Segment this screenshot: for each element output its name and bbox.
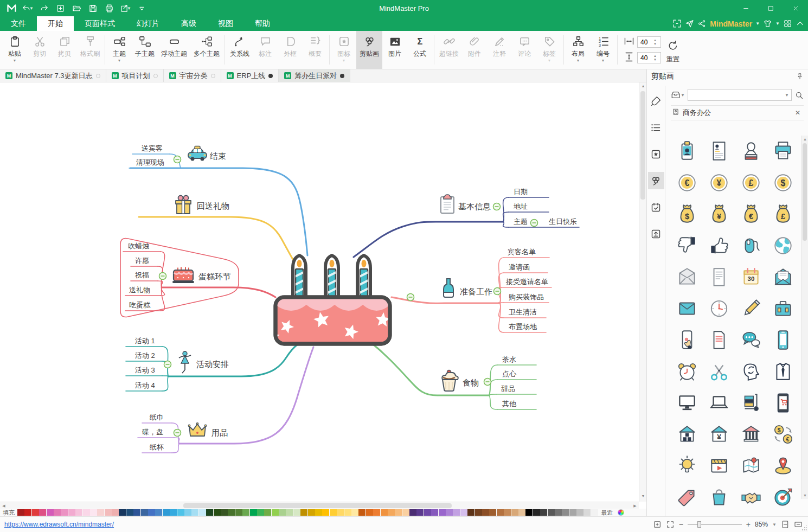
v-spacing-value[interactable]	[638, 54, 653, 62]
topic-label[interactable]: 用品	[211, 428, 228, 437]
central-topic-birthday-cake[interactable]	[270, 255, 390, 344]
clipart-lightbulb[interactable]	[671, 450, 703, 482]
color-swatch[interactable]	[97, 509, 104, 516]
clipart-briefcase[interactable]	[767, 293, 799, 324]
subtopic-label[interactable]: 接受邀请名单	[505, 278, 548, 286]
clipart-thinking-head[interactable]	[735, 356, 767, 387]
clipart-video-clip[interactable]	[703, 450, 735, 482]
color-swatch[interactable]	[315, 509, 322, 516]
color-swatch[interactable]	[68, 509, 75, 516]
subtopic-label[interactable]: 活动 1	[135, 337, 155, 345]
collapse-icon[interactable]	[484, 379, 491, 386]
clipart-monitor[interactable]	[671, 387, 703, 419]
redo-button[interactable]	[37, 2, 51, 15]
color-swatch[interactable]	[555, 509, 562, 516]
fit-page-button[interactable]	[781, 520, 790, 529]
color-swatch[interactable]	[39, 509, 46, 516]
subtopic-label[interactable]: 纸杯	[149, 443, 164, 451]
clipart-map[interactable]	[735, 450, 767, 482]
clipart-house-yen[interactable]: ¥	[703, 419, 735, 450]
clipart-alarm-clock[interactable]	[671, 356, 703, 387]
color-swatch[interactable]	[133, 509, 140, 516]
menu-tab-幻灯片[interactable]: 幻灯片	[126, 16, 170, 31]
color-swatch[interactable]	[504, 509, 511, 516]
clipart-coin-dollar[interactable]: $	[767, 167, 799, 198]
color-swatch[interactable]	[576, 509, 583, 516]
color-swatch[interactable]	[540, 509, 547, 516]
subtopic-label[interactable]: 其他	[502, 400, 517, 408]
subtopic-label[interactable]: 纸巾	[149, 413, 164, 421]
collapse-icon[interactable]	[174, 430, 181, 437]
collapse-icon[interactable]	[531, 220, 538, 227]
ribbon-button-子主题[interactable]: 子主题	[132, 31, 158, 69]
topic-label[interactable]: 基本信息	[458, 202, 491, 211]
color-swatch[interactable]	[235, 509, 242, 516]
app-logo-button[interactable]	[4, 2, 18, 15]
panel-tab-icon-marks[interactable]	[648, 145, 664, 163]
clipart-thumbs-up[interactable]	[703, 230, 735, 261]
color-swatch[interactable]	[402, 509, 409, 516]
clipart-currency-exchange[interactable]: $€	[767, 419, 799, 450]
color-swatch[interactable]	[366, 509, 373, 516]
dropdown-caret-icon[interactable]: ▼	[127, 6, 131, 11]
color-swatch[interactable]	[17, 509, 24, 516]
collapse-icon[interactable]	[174, 156, 181, 163]
subtopic-label[interactable]: 送礼物	[129, 286, 150, 294]
status-link[interactable]: https://www.edrawsoft.cn/mindmaster/	[0, 521, 114, 528]
color-swatch[interactable]	[155, 509, 162, 516]
color-swatch[interactable]	[562, 509, 569, 516]
color-swatch[interactable]	[250, 509, 257, 516]
color-swatch[interactable]	[358, 509, 365, 516]
color-swatch[interactable]	[214, 509, 221, 516]
clipart-mail-open[interactable]	[767, 261, 799, 293]
color-swatch[interactable]	[489, 509, 496, 516]
clipart-stamp[interactable]	[735, 136, 767, 167]
panel-tab-task[interactable]	[648, 198, 664, 216]
color-swatch[interactable]	[308, 509, 315, 516]
search-input[interactable]: ▼	[688, 89, 792, 101]
topic-label[interactable]: 蛋糕环节	[198, 272, 231, 281]
clipart-clock[interactable]	[703, 293, 735, 324]
scroll-up-icon[interactable]: ▲	[639, 82, 647, 89]
horizontal-scroll-thumb[interactable]	[183, 503, 452, 508]
color-swatch[interactable]	[206, 509, 213, 516]
panel-tab-outline[interactable]	[648, 119, 664, 136]
color-swatch[interactable]	[446, 509, 453, 516]
color-swatch[interactable]	[416, 509, 424, 516]
subtopic-label[interactable]: 祝福	[134, 271, 149, 279]
clipart-document-lines[interactable]	[703, 324, 735, 356]
panel-tab-import[interactable]	[648, 225, 664, 242]
clipart-printer[interactable]	[767, 136, 799, 167]
clipart-calendar-30[interactable]: 30	[735, 261, 767, 293]
v-spacing-stepper[interactable]: ▲▼	[637, 52, 661, 63]
clipart-document[interactable]	[703, 261, 735, 293]
ribbon-button-图片[interactable]: 图片	[382, 31, 407, 69]
color-swatch[interactable]	[264, 509, 271, 516]
color-swatch[interactable]	[257, 509, 264, 516]
pin-icon[interactable]	[796, 73, 804, 80]
clipart-tablet-shop[interactable]	[767, 387, 799, 419]
color-swatch[interactable]	[148, 509, 155, 516]
subtopic-label[interactable]: 甜品	[501, 384, 515, 393]
save-button[interactable]	[86, 2, 100, 15]
color-swatch[interactable]	[32, 509, 39, 516]
subtopic-label[interactable]: 茶水	[502, 355, 516, 363]
clipart-scissors[interactable]	[703, 356, 735, 387]
topic-label[interactable]: 食物	[463, 378, 479, 387]
open-folder-button[interactable]	[69, 2, 84, 15]
panel-tab-clipart[interactable]	[648, 172, 664, 189]
color-swatch[interactable]	[322, 509, 329, 516]
subtopic-label[interactable]: 吹蜡烛	[128, 242, 149, 250]
color-swatch[interactable]	[199, 509, 206, 516]
h-spacing-stepper[interactable]: ▲▼	[637, 36, 661, 48]
collapse-ribbon-button[interactable]	[796, 19, 805, 28]
send-button[interactable]	[685, 19, 694, 28]
customize-arrow-button[interactable]	[134, 2, 149, 15]
clipart-coin-euro[interactable]: €	[671, 167, 703, 198]
menu-tab-视图[interactable]: 视图	[207, 16, 244, 31]
color-swatch[interactable]	[47, 509, 54, 516]
clipart-handshake[interactable]	[735, 482, 767, 513]
search-dropdown-icon[interactable]: ▼	[785, 93, 789, 98]
color-swatch[interactable]	[475, 509, 482, 516]
subtopic-label[interactable]: 活动 4	[135, 381, 155, 389]
